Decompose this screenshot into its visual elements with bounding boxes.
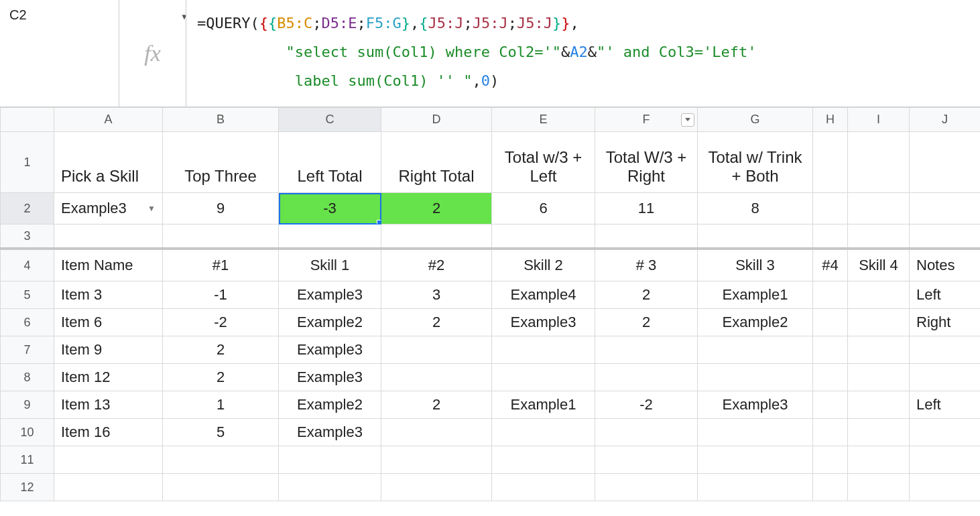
cell-I12[interactable] [848,474,909,501]
cell-E8[interactable] [492,364,595,391]
spreadsheet-grid[interactable]: A B C D E F G H I J 1 Pick a Skill Top T… [0,107,980,501]
cell-F7[interactable] [595,336,697,363]
cell-D5[interactable]: 3 [381,281,491,308]
column-header-E[interactable]: E [492,108,595,132]
cell-B4[interactable]: #1 [163,250,278,281]
cell-H7[interactable] [813,336,847,363]
cell-I4[interactable]: Skill 4 [848,250,909,281]
cell-A5[interactable]: Item 3 [54,281,162,308]
cell-F8[interactable] [595,364,697,391]
cell-A11[interactable] [54,446,162,473]
cell-F9[interactable]: -2 [595,391,697,418]
cell-D6[interactable]: 2 [381,309,491,336]
row-header-10[interactable]: 10 [1,419,54,446]
cell-E4[interactable]: Skill 2 [492,250,595,281]
cell-J1[interactable] [910,132,980,192]
cell-G3[interactable] [698,224,812,247]
cell-F4[interactable]: # 3 [595,250,697,281]
cell-I2[interactable] [848,193,909,224]
cell-C2[interactable]: -3 [279,193,381,224]
cell-I5[interactable] [848,281,909,308]
cell-C1[interactable]: Left Total [279,132,381,192]
cell-H12[interactable] [813,474,847,501]
cell-C7[interactable]: Example3 [279,336,381,363]
cell-H10[interactable] [813,419,847,446]
cell-B6[interactable]: -2 [163,309,278,336]
cell-G2[interactable]: 8 [698,193,812,224]
cell-I10[interactable] [848,419,909,446]
cell-F6[interactable]: 2 [595,309,697,336]
cell-I3[interactable] [848,224,909,247]
row-header-5[interactable]: 5 [1,281,54,309]
cell-J4[interactable]: Notes [910,250,980,281]
cell-G1[interactable]: Total w/ Trink + Both [698,132,812,192]
cell-F1[interactable]: Total W/3 + Right [595,132,697,192]
cell-G7[interactable] [698,336,812,363]
cell-I1[interactable] [848,132,909,192]
column-header-G[interactable]: G [698,108,813,132]
cell-C8[interactable]: Example3 [279,364,381,391]
cell-A3[interactable] [54,224,162,247]
cell-J9[interactable]: Left [910,391,980,418]
cell-H3[interactable] [813,224,847,247]
cell-F12[interactable] [595,474,697,501]
cell-A2[interactable]: Example3 ▼ [54,193,162,224]
cell-E6[interactable]: Example3 [492,309,595,336]
cell-G11[interactable] [698,446,812,473]
cell-F2[interactable]: 11 [595,193,697,224]
formula-input[interactable]: =QUERY({{B5:C;D5:E;F5:G},{J5:J;J5:J;J5:J… [186,0,980,107]
cell-D1[interactable]: Right Total [381,132,491,192]
cell-B12[interactable] [163,474,278,501]
cell-H11[interactable] [813,446,847,473]
cell-C3[interactable] [279,224,381,247]
cell-J5[interactable]: Left [910,281,980,308]
cell-J7[interactable] [910,336,980,363]
column-header-B[interactable]: B [163,108,279,132]
cell-D2[interactable]: 2 [381,193,491,224]
cell-H9[interactable] [813,391,847,418]
cell-G8[interactable] [698,364,812,391]
row-header-2[interactable]: 2 [1,193,54,224]
cell-B10[interactable]: 5 [163,419,278,446]
cell-E11[interactable] [492,446,595,473]
cell-C9[interactable]: Example2 [279,391,381,418]
cell-F11[interactable] [595,446,697,473]
cell-A4[interactable]: Item Name [54,250,162,281]
cell-A1[interactable]: Pick a Skill [54,132,162,192]
cell-A10[interactable]: Item 16 [54,419,162,446]
cell-H2[interactable] [813,193,847,224]
cell-J10[interactable] [910,419,980,446]
cell-B7[interactable]: 2 [163,336,278,363]
cell-G10[interactable] [698,419,812,446]
cell-C10[interactable]: Example3 [279,419,381,446]
cell-C12[interactable] [279,474,381,501]
cell-B11[interactable] [163,446,278,473]
cell-D3[interactable] [381,224,491,247]
filter-icon[interactable] [681,113,694,127]
row-header-11[interactable]: 11 [1,446,54,474]
row-header-4[interactable]: 4 [1,249,54,281]
cell-F3[interactable] [595,224,697,247]
cell-D7[interactable] [381,336,491,363]
cell-D12[interactable] [381,474,491,501]
column-header-A[interactable]: A [54,108,163,132]
row-header-6[interactable]: 6 [1,309,54,336]
cell-H4[interactable]: #4 [813,250,847,281]
cell-B1[interactable]: Top Three [163,132,278,192]
cell-B5[interactable]: -1 [163,281,278,308]
cell-E2[interactable]: 6 [492,193,595,224]
cell-B8[interactable]: 2 [163,364,278,391]
column-header-D[interactable]: D [381,108,492,132]
cell-I11[interactable] [848,446,909,473]
cell-B2[interactable]: 9 [163,193,278,224]
cell-B9[interactable]: 1 [163,391,278,418]
cell-H1[interactable] [813,132,847,192]
cell-E12[interactable] [492,474,595,501]
column-header-F[interactable]: F [595,108,698,132]
cell-C5[interactable]: Example3 [279,281,381,308]
cell-J6[interactable]: Right [910,309,980,336]
cell-G5[interactable]: Example1 [698,281,812,308]
cell-J12[interactable] [910,474,980,501]
cell-A6[interactable]: Item 6 [54,309,162,336]
cell-D11[interactable] [381,446,491,473]
